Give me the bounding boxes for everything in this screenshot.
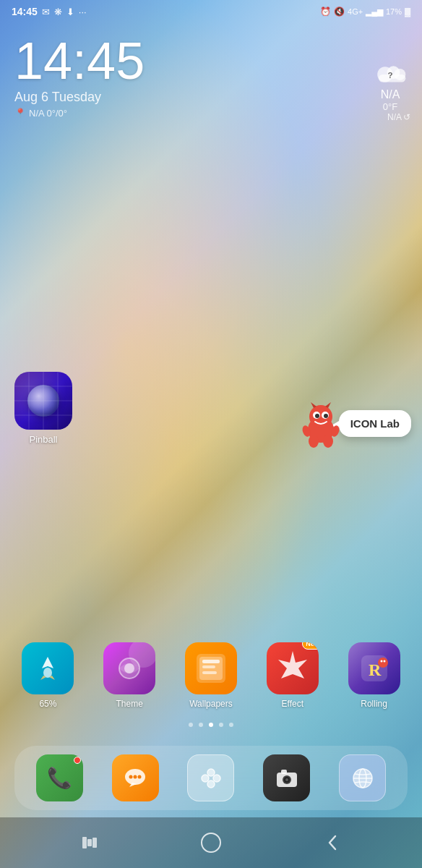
app-label-effect: Effect (282, 699, 303, 709)
icon-lab-bubble[interactable]: ICON Lab (339, 410, 411, 437)
phone-notification-dot (74, 757, 81, 764)
wallpapers-icon-graphic (185, 642, 237, 694)
svg-point-17 (315, 414, 319, 418)
app-icon-effect[interactable]: New (267, 642, 319, 694)
svg-point-42 (129, 775, 133, 778)
home-icon (200, 832, 222, 854)
svg-rect-33 (202, 665, 215, 668)
svg-point-46 (213, 775, 220, 782)
app-item-wallpapers[interactable]: Wallpapers (185, 642, 237, 709)
back-icon (325, 832, 340, 854)
svg-point-12 (309, 405, 332, 428)
weather-temp: 0°F (370, 101, 410, 112)
weather-widget[interactable]: ? N/A 0°F N/A ↺ (370, 56, 410, 122)
app-label-65: 65% (39, 699, 56, 709)
location-icon: 📍 (14, 108, 26, 119)
new-badge: New (302, 642, 319, 650)
svg-rect-59 (92, 838, 97, 848)
dock: 📞 (14, 746, 408, 810)
app-item-effect[interactable]: New Effect (267, 642, 319, 709)
pinball-label: Pinball (29, 434, 57, 445)
app-item-theme[interactable]: Theme (103, 642, 155, 709)
download-icon: ⬇ (66, 7, 74, 17)
messages-icon (122, 765, 148, 791)
svg-rect-34 (202, 671, 217, 674)
svg-point-18 (324, 414, 328, 418)
app-row: 65% Theme (0, 642, 422, 709)
main-area: Pinball (0, 119, 422, 868)
camera-icon (274, 765, 300, 791)
status-time: 14:45 (12, 6, 38, 17)
recents-icon (81, 835, 98, 850)
signal-icon: ▂▄▆ (366, 7, 383, 17)
dock-browser[interactable] (339, 754, 386, 801)
app-label-theme: Theme (116, 699, 143, 709)
recents-button[interactable] (74, 827, 106, 859)
weather-cloud-icon: ? (370, 56, 410, 85)
page-dot-3[interactable] (219, 723, 223, 727)
svg-point-48 (207, 780, 215, 788)
dock-hub[interactable] (187, 754, 234, 801)
bluetooth-icon: ❋ (54, 7, 62, 17)
battery-icon: ▓ (405, 7, 410, 16)
svg-rect-58 (87, 839, 92, 846)
page-dot-0[interactable] (189, 723, 193, 727)
page-indicators (0, 723, 422, 727)
dock-phone[interactable]: 📞 (36, 754, 83, 801)
svg-point-20 (323, 435, 333, 448)
app-label-wallpapers: Wallpapers (189, 699, 233, 709)
app-icon-theme[interactable] (103, 642, 155, 694)
status-left: 14:45 ✉ ❋ ⬇ ··· (12, 6, 87, 17)
effect-icon-graphic (267, 642, 319, 694)
icon-lab-label: ICON Lab (350, 417, 400, 430)
hub-icon (198, 765, 224, 791)
status-right: ⏰ 🔇 4G+ ▂▄▆ 17% ▓ (320, 7, 410, 17)
svg-text:?: ? (387, 71, 392, 80)
svg-rect-53 (281, 770, 287, 774)
page-dot-1[interactable] (199, 723, 203, 727)
clock-time: 14:45 (14, 35, 408, 87)
svg-point-52 (285, 778, 288, 781)
svg-point-19 (309, 435, 319, 448)
clock-widget: 14:45 Aug 6 Tuesday 📍 N/A 0°/0° ? N/A 0°… (0, 20, 422, 119)
pinball-app[interactable]: Pinball (14, 372, 72, 445)
network-type: 4G+ (348, 7, 363, 16)
clock-location: 📍 N/A 0°/0° (14, 108, 408, 119)
svg-point-43 (134, 775, 137, 778)
nav-bar (0, 817, 422, 868)
page-dot-4[interactable] (229, 723, 233, 727)
svg-point-60 (202, 833, 220, 852)
app-item-65[interactable]: 65% (22, 642, 74, 709)
svg-rect-57 (82, 837, 87, 848)
weather-status: N/A (370, 88, 410, 101)
clock-date: Aug 6 Tuesday (14, 90, 408, 105)
svg-point-38 (380, 660, 382, 663)
svg-point-44 (138, 775, 142, 778)
svg-marker-23 (42, 657, 53, 668)
dock-camera[interactable] (263, 754, 310, 801)
svg-point-37 (378, 658, 388, 668)
icon-lab-popup[interactable]: ICON Lab (299, 401, 411, 448)
pinball-icon[interactable] (14, 372, 72, 430)
browser-icon (350, 765, 376, 791)
home-button[interactable] (195, 827, 227, 859)
status-bar: 14:45 ✉ ❋ ⬇ ··· ⏰ 🔇 4G+ ▂▄▆ 17% ▓ (0, 0, 422, 20)
app-item-rolling[interactable]: R Rolling (348, 642, 400, 709)
rolling-icon-graphic: R (348, 642, 400, 694)
back-button[interactable] (316, 827, 348, 859)
page-dot-2[interactable] (209, 723, 213, 727)
more-icon: ··· (79, 7, 87, 17)
alarm-icon: ⏰ (320, 7, 331, 17)
svg-point-45 (202, 775, 209, 782)
gmail-icon: ✉ (42, 7, 50, 17)
app-icon-rolling[interactable]: R (348, 642, 400, 694)
app-icon-65[interactable] (22, 642, 74, 694)
app-icon-wallpapers[interactable] (185, 642, 237, 694)
dock-messages[interactable] (112, 754, 159, 801)
svg-rect-32 (202, 660, 220, 663)
battery-percent: 17% (386, 7, 402, 16)
app-label-rolling: Rolling (361, 699, 387, 709)
silent-icon: 🔇 (334, 7, 345, 17)
theme-icon-graphic (103, 642, 155, 694)
phone-icon: 📞 (47, 766, 72, 790)
